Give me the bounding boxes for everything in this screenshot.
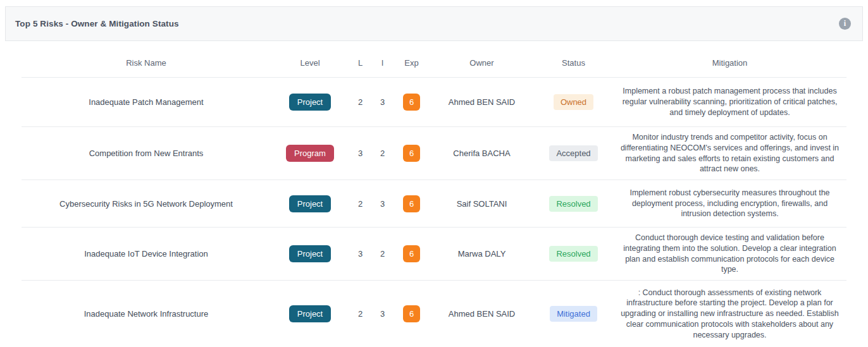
owner-cell: Ahmed BEN SAID	[430, 78, 534, 127]
card-title: Top 5 Risks - Owner & Mitigation Status	[15, 19, 179, 28]
likelihood-cell: 2	[349, 281, 371, 347]
col-header-risk-name: Risk Name	[22, 41, 271, 78]
status-badge: Accepted	[549, 145, 597, 161]
impact-cell: 3	[371, 180, 394, 228]
table-row: Cybersecurity Risks in 5G Network Deploy…	[22, 180, 846, 228]
col-header-owner: Owner	[430, 41, 534, 78]
exposure-badge: 6	[403, 94, 420, 111]
owner-cell: Marwa DALY	[430, 228, 534, 281]
col-header-status: Status	[534, 41, 613, 78]
impact-cell: 2	[371, 228, 394, 281]
impact-cell: 3	[371, 78, 394, 127]
risk-name-cell: Inadequate Patch Management	[22, 78, 271, 127]
col-header-impact: I	[371, 41, 394, 78]
owner-cell: Ahmed BEN SAID	[430, 281, 534, 347]
col-header-likelihood: L	[349, 41, 371, 78]
col-header-level: Level	[271, 41, 349, 78]
likelihood-cell: 2	[349, 180, 371, 228]
status-badge: Resolved	[549, 196, 597, 212]
mitigation-cell: : Conduct thorough assessments of existi…	[613, 281, 846, 347]
likelihood-cell: 3	[349, 127, 371, 180]
level-badge: Project	[289, 94, 331, 111]
mitigation-cell: Implement a robust patch management proc…	[613, 78, 846, 127]
card-header: Top 5 Risks - Owner & Mitigation Status …	[5, 6, 863, 41]
exposure-badge: 6	[403, 145, 420, 162]
exposure-badge: 6	[403, 245, 420, 262]
level-badge: Project	[289, 195, 331, 212]
impact-cell: 2	[371, 127, 394, 180]
mitigation-cell: Implement robust cybersecurity measures …	[613, 180, 846, 228]
status-badge: Resolved	[549, 246, 597, 262]
exposure-badge: 6	[403, 195, 420, 212]
top-risks-table: Risk Name Level L I Exp Owner Status Mit…	[22, 41, 846, 347]
level-badge: Project	[289, 305, 331, 322]
likelihood-cell: 3	[349, 228, 371, 281]
col-header-exposure: Exp	[394, 41, 430, 78]
table-row: Inadequate Patch Management Project 2 3 …	[22, 78, 846, 127]
status-badge: Mitigated	[550, 306, 597, 322]
mitigation-cell: Monitor industry trends and competitor a…	[613, 127, 846, 180]
risk-name-cell: Competition from New Entrants	[22, 127, 271, 180]
risk-name-cell: Inadequate IoT Device Integration	[22, 228, 271, 281]
impact-cell: 3	[371, 281, 394, 347]
likelihood-cell: 2	[349, 78, 371, 127]
exposure-badge: 6	[403, 305, 420, 322]
table-header-row: Risk Name Level L I Exp Owner Status Mit…	[22, 41, 846, 78]
info-icon[interactable]: i	[839, 18, 851, 30]
table-row: Competition from New Entrants Program 3 …	[22, 127, 846, 180]
risk-name-cell: Cybersecurity Risks in 5G Network Deploy…	[22, 180, 271, 228]
level-badge: Program	[286, 145, 334, 162]
owner-cell: Saif SOLTANI	[430, 180, 534, 228]
owner-cell: Cherifa BACHA	[430, 127, 534, 180]
risk-name-cell: Inadequate Network Infrastructure	[22, 281, 271, 347]
table-row: Inadequate IoT Device Integration Projec…	[22, 228, 846, 281]
mitigation-cell: Conduct thorough device testing and vali…	[613, 228, 846, 281]
table-row: Inadequate Network Infrastructure Projec…	[22, 281, 846, 347]
level-badge: Project	[289, 245, 331, 262]
status-badge: Owned	[554, 94, 593, 110]
col-header-mitigation: Mitigation	[613, 41, 846, 78]
